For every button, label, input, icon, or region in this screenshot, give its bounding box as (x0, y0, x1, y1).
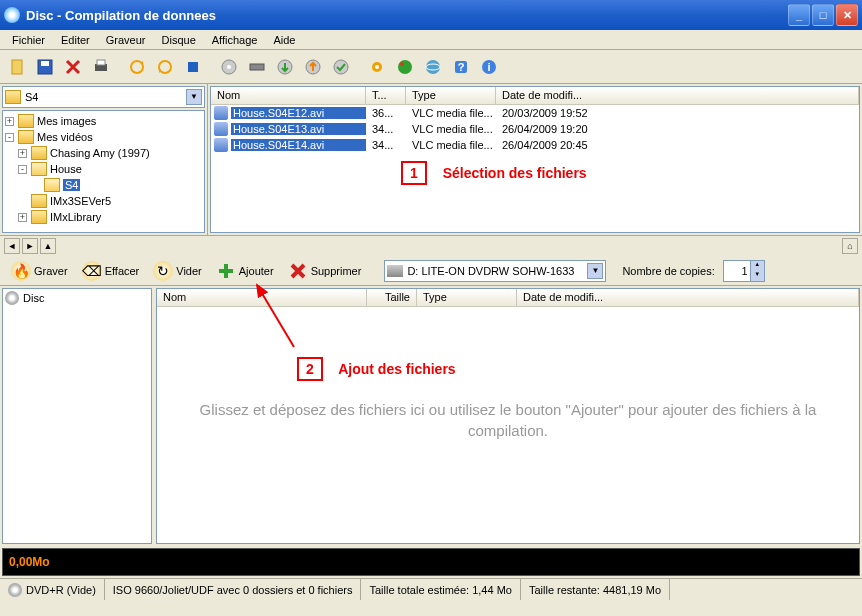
menu-graveur[interactable]: Graveur (98, 32, 154, 48)
file-row[interactable]: House.S04E14.avi34...VLC media file...26… (211, 137, 859, 153)
nav-buttons: ◄ ► ▲ ⌂ (0, 236, 862, 256)
expand-icon[interactable]: - (18, 165, 27, 174)
folder-icon (44, 178, 60, 192)
tool-print[interactable] (88, 54, 114, 80)
spin-down-button[interactable]: ▼ (750, 271, 764, 281)
col-header-size[interactable]: Taille (367, 289, 417, 306)
copies-spinner[interactable]: ▲ ▼ (723, 260, 765, 282)
tool-disc-up[interactable] (300, 54, 326, 80)
tree-node[interactable]: IMx3SEVer5 (5, 193, 202, 209)
folder-icon (31, 146, 47, 160)
col-header-type[interactable]: Type (417, 289, 517, 306)
drive-combo[interactable]: D: LITE-ON DVDRW SOHW-1633 ▼ (384, 260, 606, 282)
burn-icon: 🔥 (11, 261, 31, 281)
status-bar: DVD+R (Vide) ISO 9660/Joliet/UDF avec 0 … (0, 578, 862, 600)
col-header-size[interactable]: T... (366, 87, 406, 104)
tool-stop[interactable] (180, 54, 206, 80)
maximize-button[interactable]: □ (812, 4, 834, 26)
ajouter-button[interactable]: Ajouter (211, 259, 279, 283)
tool-disc-check[interactable] (328, 54, 354, 80)
disc-icon (8, 583, 22, 597)
disc-list-header: Nom Taille Type Date de modifi... (157, 289, 859, 307)
nav-back-button[interactable]: ◄ (4, 238, 20, 254)
status-disc: DVD+R (Vide) (0, 579, 105, 600)
tool-disc1[interactable] (216, 54, 242, 80)
tree-node-label: Mes vidéos (37, 131, 93, 143)
col-header-name[interactable]: Nom (157, 289, 367, 306)
tool-new[interactable] (4, 54, 30, 80)
nav-home-button[interactable]: ⌂ (842, 238, 858, 254)
tool-refresh2[interactable] (152, 54, 178, 80)
tool-info[interactable]: i (476, 54, 502, 80)
action-bar: 🔥 Graver ⌫ Effacer ↻ Vider Ajouter Suppr… (0, 256, 862, 286)
expand-icon[interactable]: - (5, 133, 14, 142)
nav-fwd-button[interactable]: ► (22, 238, 38, 254)
folder-icon (18, 130, 34, 144)
col-header-name[interactable]: Nom (211, 87, 366, 104)
file-icon (214, 106, 228, 120)
col-header-date[interactable]: Date de modifi... (517, 289, 859, 306)
callout-2: 2 Ajout des fichiers (297, 357, 456, 381)
menu-disque[interactable]: Disque (154, 32, 204, 48)
tree-node-label: House (50, 163, 82, 175)
tool-refresh[interactable] (124, 54, 150, 80)
tool-delete[interactable] (60, 54, 86, 80)
nav-up-button[interactable]: ▲ (40, 238, 56, 254)
tree-node-label: Chasing Amy (1997) (50, 147, 150, 159)
disc-file-list[interactable]: Nom Taille Type Date de modifi... 2 Ajou… (156, 288, 860, 544)
supprimer-button[interactable]: Supprimer (283, 259, 367, 283)
effacer-button[interactable]: ⌫ Effacer (77, 259, 145, 283)
file-date: 20/03/2009 19:52 (496, 107, 859, 119)
chevron-down-icon[interactable]: ▼ (587, 263, 603, 279)
file-list: Nom T... Type Date de modifi... House.S0… (210, 86, 860, 233)
disc-tree[interactable]: Disc (2, 288, 152, 544)
col-header-type[interactable]: Type (406, 87, 496, 104)
close-button[interactable]: ✕ (836, 4, 858, 26)
file-list-header: Nom T... Type Date de modifi... (211, 87, 859, 105)
menu-aide[interactable]: Aide (265, 32, 303, 48)
tool-drive[interactable] (244, 54, 270, 80)
plus-icon (216, 261, 236, 281)
tool-world[interactable] (392, 54, 418, 80)
file-type: VLC media file... (406, 107, 496, 119)
tree-node[interactable]: +Chasing Amy (1997) (5, 145, 202, 161)
x-icon (288, 261, 308, 281)
chevron-down-icon[interactable]: ▼ (186, 89, 202, 105)
expand-icon[interactable]: + (5, 117, 14, 126)
tool-save[interactable] (32, 54, 58, 80)
expand-icon[interactable]: + (18, 213, 27, 222)
file-type: VLC media file... (406, 139, 496, 151)
folder-combo[interactable]: S4 ▼ (2, 86, 205, 108)
folder-icon (31, 210, 47, 224)
disc-root-node[interactable]: Disc (5, 291, 149, 305)
svg-text:i: i (487, 61, 490, 73)
spin-up-button[interactable]: ▲ (750, 261, 764, 271)
graver-button[interactable]: 🔥 Graver (6, 259, 73, 283)
file-list-body[interactable]: House.S04E12.avi36...VLC media file...20… (211, 105, 859, 232)
expand-icon[interactable]: + (18, 149, 27, 158)
file-row[interactable]: House.S04E12.avi36...VLC media file...20… (211, 105, 859, 121)
tool-help[interactable]: ? (448, 54, 474, 80)
file-icon (214, 122, 228, 136)
menu-editer[interactable]: Editer (53, 32, 98, 48)
tree-node[interactable]: +Mes images (5, 113, 202, 129)
file-row[interactable]: House.S04E13.avi34...VLC media file...26… (211, 121, 859, 137)
menu-fichier[interactable]: Fichier (4, 32, 53, 48)
tool-settings[interactable] (364, 54, 390, 80)
svg-point-18 (426, 60, 440, 74)
col-header-date[interactable]: Date de modifi... (496, 87, 859, 104)
menu-affichage[interactable]: Affichage (204, 32, 266, 48)
svg-rect-2 (41, 61, 49, 66)
tool-disc-arrow[interactable] (272, 54, 298, 80)
copies-input[interactable] (724, 261, 750, 281)
minimize-button[interactable]: _ (788, 4, 810, 26)
tree-node[interactable]: +IMxLibrary (5, 209, 202, 225)
vider-button[interactable]: ↻ Vider (148, 259, 206, 283)
svg-point-5 (131, 61, 143, 73)
tool-globe[interactable] (420, 54, 446, 80)
tree-node[interactable]: S4 (5, 177, 202, 193)
tree-node[interactable]: -Mes vidéos (5, 129, 202, 145)
folder-tree[interactable]: +Mes images-Mes vidéos+Chasing Amy (1997… (2, 110, 205, 233)
tree-node[interactable]: -House (5, 161, 202, 177)
status-total: Taille totale estimée: 1,44 Mo (361, 579, 520, 600)
